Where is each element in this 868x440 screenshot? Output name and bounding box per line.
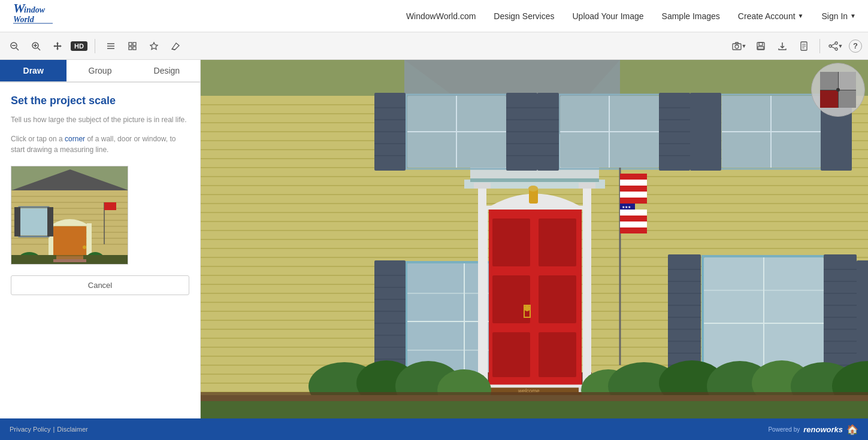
camera-button[interactable]: ▼	[731, 38, 748, 54]
footer: Privacy Policy | Disclaimer Powered by r…	[0, 418, 868, 440]
compass-inner	[820, 72, 856, 108]
svg-rect-51	[20, 208, 47, 235]
zoom-in-button[interactable]	[28, 38, 44, 54]
svg-rect-16	[129, 47, 132, 50]
tab-draw[interactable]: Draw	[0, 60, 66, 81]
svg-rect-226	[620, 192, 647, 198]
svg-rect-53	[14, 207, 20, 236]
svg-marker-18	[150, 43, 158, 50]
instruction-tap: corner	[65, 135, 85, 143]
toolbar-right: ▼ ▼ ?	[731, 38, 862, 54]
footer-separator: |	[53, 426, 55, 433]
svg-rect-141	[492, 219, 530, 266]
svg-rect-249	[201, 395, 868, 401]
svg-rect-14	[129, 43, 132, 45]
sign-in-caret: ▼	[850, 13, 856, 19]
svg-rect-17	[133, 47, 136, 50]
svg-rect-227	[620, 198, 647, 204]
svg-rect-232	[620, 227, 647, 233]
instruction-text-1: Click or tap on a	[11, 135, 65, 143]
footer-privacy-policy[interactable]: Privacy Policy	[10, 426, 50, 433]
main-content: Draw Group Design Set the project scale …	[0, 60, 868, 418]
svg-rect-248	[470, 178, 599, 182]
create-account-caret: ▼	[798, 13, 804, 19]
main-nav: WindowWorld.com Design Services Upload Y…	[406, 11, 856, 21]
star-button[interactable]	[146, 38, 162, 54]
svg-line-8	[38, 48, 40, 50]
svg-rect-142	[539, 219, 576, 266]
toolbar: HD ▼ ▼ ?	[0, 32, 868, 60]
grid-view-button[interactable]	[124, 38, 141, 54]
sidebar-title: Set the project scale	[11, 95, 189, 107]
sidebar-description: Tell us how large the subject of the pic…	[11, 114, 189, 125]
nav-sign-in[interactable]: Sign In ▼	[822, 11, 857, 21]
svg-rect-220	[690, 93, 721, 171]
download-button[interactable]	[774, 38, 791, 54]
svg-rect-224	[620, 180, 647, 186]
svg-text:★★: ★★	[622, 211, 628, 214]
logo[interactable]: W indow World	[12, 1, 60, 31]
svg-rect-246	[201, 398, 868, 418]
svg-point-31	[829, 45, 831, 47]
svg-rect-231	[620, 221, 647, 227]
save-button[interactable]	[752, 38, 769, 54]
share-button[interactable]: ▼	[827, 38, 844, 54]
svg-point-50	[83, 245, 86, 249]
sidebar-instruction: Click or tap on a corner of a wall, door…	[11, 133, 189, 155]
svg-point-21	[735, 45, 739, 48]
tab-group[interactable]: Group	[66, 60, 133, 81]
share-caret: ▼	[838, 43, 843, 49]
svg-rect-60	[53, 259, 86, 262]
svg-line-19	[172, 49, 175, 50]
tab-bar: Draw Group Design	[0, 60, 200, 83]
toolbar-separator-1	[95, 39, 95, 53]
svg-line-32	[831, 44, 835, 45]
preview-thumbnail	[11, 166, 128, 265]
renoworks-house-icon: 🏠	[846, 424, 858, 435]
camera-caret: ▼	[742, 43, 747, 49]
nav-upload-image[interactable]: Upload Your Image	[572, 11, 643, 21]
svg-point-147	[524, 305, 530, 311]
svg-rect-230	[620, 216, 647, 221]
svg-rect-225	[620, 186, 647, 192]
nav-create-account[interactable]: Create Account ▼	[738, 11, 804, 21]
compass-red-sector	[820, 90, 838, 108]
main-canvas: welcome	[201, 60, 868, 418]
svg-line-33	[831, 47, 835, 48]
svg-rect-22	[757, 43, 764, 50]
list-view-button[interactable]	[102, 38, 119, 54]
canvas-area[interactable]: welcome	[201, 60, 868, 418]
sidebar-content: Set the project scale Tell us how large …	[0, 83, 200, 418]
logo-text: W indow World	[12, 1, 60, 31]
footer-disclaimer[interactable]: Disclaimer	[57, 426, 87, 433]
svg-point-150	[528, 186, 538, 192]
nav-windowworld[interactable]: WindowWorld.com	[406, 11, 476, 21]
svg-rect-146	[539, 332, 576, 377]
renoworks-brand: renoworks	[803, 425, 843, 434]
hd-badge: HD	[71, 41, 87, 51]
document-button[interactable]	[796, 38, 812, 54]
zoom-out-button[interactable]	[6, 38, 23, 54]
nav-design-services[interactable]: Design Services	[494, 11, 554, 21]
compass-center	[836, 88, 840, 92]
svg-text:World: World	[13, 15, 35, 24]
compass-br	[838, 90, 856, 108]
footer-right: Powered by renoworks 🏠	[768, 424, 858, 435]
svg-rect-15	[133, 43, 136, 45]
move-button[interactable]	[49, 38, 66, 54]
help-button[interactable]: ?	[849, 40, 862, 53]
compass-overlay	[811, 63, 865, 117]
cancel-button[interactable]: Cancel	[11, 275, 189, 295]
svg-point-29	[835, 42, 837, 44]
eraser-button[interactable]	[167, 38, 184, 54]
compass-tr	[838, 72, 856, 90]
svg-rect-23	[759, 43, 763, 45]
header: W indow World WindowWorld.com Design Ser…	[0, 0, 868, 32]
svg-text:indow: indow	[24, 5, 46, 14]
nav-sample-images[interactable]: Sample Images	[662, 11, 720, 21]
svg-point-30	[835, 48, 837, 50]
tab-design[interactable]: Design	[134, 60, 200, 81]
preview-house-svg	[11, 166, 128, 265]
toolbar-separator-2	[819, 39, 820, 53]
powered-by-text: Powered by	[768, 426, 800, 433]
